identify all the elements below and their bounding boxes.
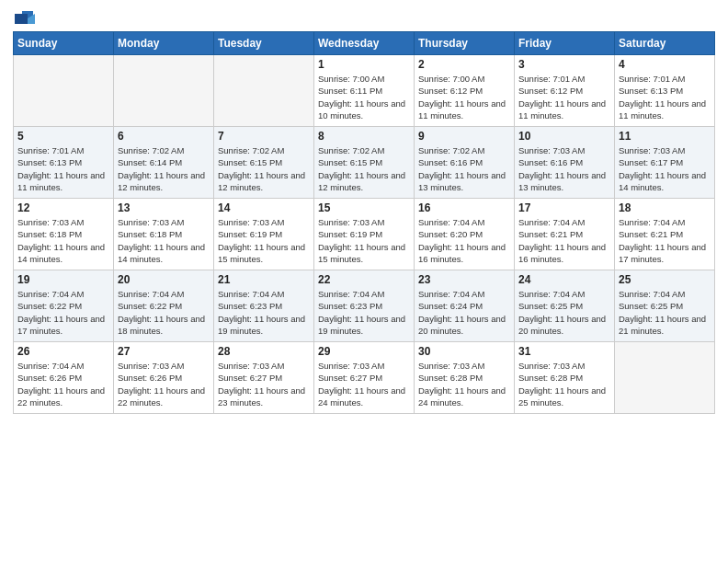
day-number: 27 xyxy=(118,345,210,358)
day-info: Sunrise: 7:03 AM Sunset: 6:28 PM Dayligh… xyxy=(518,360,610,408)
day-number: 20 xyxy=(118,273,210,286)
day-number: 23 xyxy=(418,273,510,286)
day-number: 12 xyxy=(17,201,109,214)
day-info: Sunrise: 7:03 AM Sunset: 6:18 PM Dayligh… xyxy=(118,216,210,265)
day-cell: 4Sunrise: 7:01 AM Sunset: 6:13 PM Daylig… xyxy=(615,55,715,127)
day-info: Sunrise: 7:01 AM Sunset: 6:13 PM Dayligh… xyxy=(17,144,109,193)
day-number: 19 xyxy=(17,273,109,286)
weekday-friday: Friday xyxy=(515,32,615,55)
day-cell: 10Sunrise: 7:03 AM Sunset: 6:16 PM Dayli… xyxy=(515,127,615,199)
day-cell xyxy=(114,55,214,127)
day-cell: 27Sunrise: 7:03 AM Sunset: 6:26 PM Dayli… xyxy=(114,342,214,414)
day-info: Sunrise: 7:03 AM Sunset: 6:16 PM Dayligh… xyxy=(518,144,610,193)
day-info: Sunrise: 7:02 AM Sunset: 6:15 PM Dayligh… xyxy=(318,144,410,193)
day-number: 17 xyxy=(518,201,610,214)
day-info: Sunrise: 7:04 AM Sunset: 6:24 PM Dayligh… xyxy=(418,288,510,337)
day-info: Sunrise: 7:03 AM Sunset: 6:18 PM Dayligh… xyxy=(17,216,109,265)
day-info: Sunrise: 7:04 AM Sunset: 6:20 PM Dayligh… xyxy=(418,216,510,265)
day-cell: 5Sunrise: 7:01 AM Sunset: 6:13 PM Daylig… xyxy=(14,127,114,199)
day-number: 25 xyxy=(619,273,711,286)
day-number: 31 xyxy=(518,345,610,358)
logo xyxy=(13,9,35,24)
header xyxy=(13,9,715,24)
day-cell: 9Sunrise: 7:02 AM Sunset: 6:16 PM Daylig… xyxy=(415,127,515,199)
weekday-header-row: SundayMondayTuesdayWednesdayThursdayFrid… xyxy=(14,32,715,55)
day-info: Sunrise: 7:04 AM Sunset: 6:22 PM Dayligh… xyxy=(17,288,109,337)
day-info: Sunrise: 7:00 AM Sunset: 6:11 PM Dayligh… xyxy=(318,73,410,121)
day-info: Sunrise: 7:03 AM Sunset: 6:17 PM Dayligh… xyxy=(619,144,711,193)
day-cell: 7Sunrise: 7:02 AM Sunset: 6:15 PM Daylig… xyxy=(214,127,314,199)
day-number: 8 xyxy=(318,130,410,143)
day-cell: 21Sunrise: 7:04 AM Sunset: 6:23 PM Dayli… xyxy=(214,270,314,342)
day-number: 28 xyxy=(218,345,310,358)
day-info: Sunrise: 7:02 AM Sunset: 6:14 PM Dayligh… xyxy=(118,144,210,193)
day-info: Sunrise: 7:04 AM Sunset: 6:23 PM Dayligh… xyxy=(218,288,310,337)
day-number: 15 xyxy=(318,201,410,214)
day-cell: 29Sunrise: 7:03 AM Sunset: 6:27 PM Dayli… xyxy=(314,342,415,414)
logo-icon xyxy=(15,9,35,26)
day-cell: 8Sunrise: 7:02 AM Sunset: 6:15 PM Daylig… xyxy=(314,127,415,199)
day-info: Sunrise: 7:03 AM Sunset: 6:19 PM Dayligh… xyxy=(318,216,410,265)
day-number: 30 xyxy=(418,345,510,358)
weekday-tuesday: Tuesday xyxy=(214,32,314,55)
page: SundayMondayTuesdayWednesdayThursdayFrid… xyxy=(0,0,728,563)
day-cell: 11Sunrise: 7:03 AM Sunset: 6:17 PM Dayli… xyxy=(615,127,715,199)
day-number: 24 xyxy=(518,273,610,286)
day-cell xyxy=(214,55,314,127)
day-number: 5 xyxy=(17,130,109,143)
day-info: Sunrise: 7:03 AM Sunset: 6:28 PM Dayligh… xyxy=(418,360,510,408)
day-info: Sunrise: 7:04 AM Sunset: 6:21 PM Dayligh… xyxy=(619,216,711,265)
weekday-wednesday: Wednesday xyxy=(314,32,415,55)
day-number: 11 xyxy=(619,130,711,143)
day-cell xyxy=(14,55,114,127)
weekday-sunday: Sunday xyxy=(14,32,114,55)
day-number: 26 xyxy=(17,345,109,358)
day-cell: 13Sunrise: 7:03 AM Sunset: 6:18 PM Dayli… xyxy=(114,199,214,270)
week-row-5: 26Sunrise: 7:04 AM Sunset: 6:26 PM Dayli… xyxy=(14,342,715,414)
day-info: Sunrise: 7:01 AM Sunset: 6:13 PM Dayligh… xyxy=(619,73,711,121)
day-number: 29 xyxy=(318,345,410,358)
day-info: Sunrise: 7:03 AM Sunset: 6:19 PM Dayligh… xyxy=(218,216,310,265)
day-number: 10 xyxy=(518,130,610,143)
day-info: Sunrise: 7:00 AM Sunset: 6:12 PM Dayligh… xyxy=(418,73,510,121)
day-cell: 20Sunrise: 7:04 AM Sunset: 6:22 PM Dayli… xyxy=(114,270,214,342)
day-cell: 31Sunrise: 7:03 AM Sunset: 6:28 PM Dayli… xyxy=(515,342,615,414)
day-number: 18 xyxy=(619,201,711,214)
day-cell xyxy=(615,342,715,414)
day-cell: 1Sunrise: 7:00 AM Sunset: 6:11 PM Daylig… xyxy=(314,55,415,127)
day-number: 14 xyxy=(218,201,310,214)
day-number: 13 xyxy=(118,201,210,214)
day-info: Sunrise: 7:02 AM Sunset: 6:15 PM Dayligh… xyxy=(218,144,310,193)
day-info: Sunrise: 7:03 AM Sunset: 6:26 PM Dayligh… xyxy=(118,360,210,408)
day-cell: 15Sunrise: 7:03 AM Sunset: 6:19 PM Dayli… xyxy=(314,199,415,270)
svg-marker-1 xyxy=(15,14,28,24)
day-cell: 16Sunrise: 7:04 AM Sunset: 6:20 PM Dayli… xyxy=(415,199,515,270)
day-cell: 19Sunrise: 7:04 AM Sunset: 6:22 PM Dayli… xyxy=(14,270,114,342)
day-info: Sunrise: 7:04 AM Sunset: 6:25 PM Dayligh… xyxy=(619,288,711,337)
day-number: 16 xyxy=(418,201,510,214)
day-info: Sunrise: 7:02 AM Sunset: 6:16 PM Dayligh… xyxy=(418,144,510,193)
day-cell: 26Sunrise: 7:04 AM Sunset: 6:26 PM Dayli… xyxy=(14,342,114,414)
day-info: Sunrise: 7:03 AM Sunset: 6:27 PM Dayligh… xyxy=(218,360,310,408)
week-row-3: 12Sunrise: 7:03 AM Sunset: 6:18 PM Dayli… xyxy=(14,199,715,270)
day-cell: 28Sunrise: 7:03 AM Sunset: 6:27 PM Dayli… xyxy=(214,342,314,414)
day-info: Sunrise: 7:04 AM Sunset: 6:22 PM Dayligh… xyxy=(118,288,210,337)
day-number: 7 xyxy=(218,130,310,143)
day-info: Sunrise: 7:04 AM Sunset: 6:26 PM Dayligh… xyxy=(17,360,109,408)
day-info: Sunrise: 7:04 AM Sunset: 6:23 PM Dayligh… xyxy=(318,288,410,337)
day-number: 22 xyxy=(318,273,410,286)
day-number: 6 xyxy=(118,130,210,143)
week-row-1: 1Sunrise: 7:00 AM Sunset: 6:11 PM Daylig… xyxy=(14,55,715,127)
day-cell: 18Sunrise: 7:04 AM Sunset: 6:21 PM Dayli… xyxy=(615,199,715,270)
weekday-saturday: Saturday xyxy=(615,32,715,55)
day-cell: 24Sunrise: 7:04 AM Sunset: 6:25 PM Dayli… xyxy=(515,270,615,342)
day-info: Sunrise: 7:01 AM Sunset: 6:12 PM Dayligh… xyxy=(518,73,610,121)
day-info: Sunrise: 7:04 AM Sunset: 6:25 PM Dayligh… xyxy=(518,288,610,337)
week-row-4: 19Sunrise: 7:04 AM Sunset: 6:22 PM Dayli… xyxy=(14,270,715,342)
day-cell: 23Sunrise: 7:04 AM Sunset: 6:24 PM Dayli… xyxy=(415,270,515,342)
day-number: 2 xyxy=(418,58,510,71)
day-cell: 17Sunrise: 7:04 AM Sunset: 6:21 PM Dayli… xyxy=(515,199,615,270)
day-cell: 6Sunrise: 7:02 AM Sunset: 6:14 PM Daylig… xyxy=(114,127,214,199)
day-cell: 2Sunrise: 7:00 AM Sunset: 6:12 PM Daylig… xyxy=(415,55,515,127)
day-cell: 30Sunrise: 7:03 AM Sunset: 6:28 PM Dayli… xyxy=(415,342,515,414)
